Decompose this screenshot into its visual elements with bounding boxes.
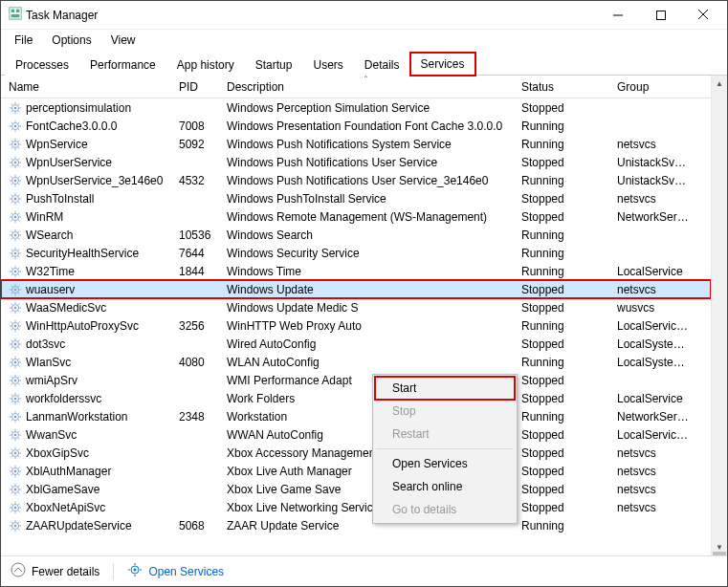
svg-line-155 xyxy=(18,365,19,366)
col-header-pid[interactable]: PID xyxy=(171,76,219,98)
svg-line-77 xyxy=(18,212,19,213)
tab-startup[interactable]: Startup xyxy=(245,54,303,76)
service-status: Running xyxy=(514,174,609,187)
chevron-up-circle-icon xyxy=(11,562,26,580)
tab-users[interactable]: Users xyxy=(302,54,353,76)
table-row[interactable]: wmiApSrvWMI Performance AdaptStopped xyxy=(1,371,711,389)
table-row[interactable]: LanmanWorkstation2348WorkstationRunningN… xyxy=(1,407,711,425)
table-row[interactable]: perceptionsimulationWindows Perception S… xyxy=(1,98,711,117)
service-pid: 7008 xyxy=(171,120,219,133)
svg-line-65 xyxy=(18,202,19,203)
table-row[interactable]: WwanSvcWWAN AutoConfigStoppedLocalServic… xyxy=(1,425,711,444)
table-row[interactable]: XboxNetApiSvcXbox Live Networking Servic… xyxy=(1,498,711,516)
ctx-search-online[interactable]: Search online xyxy=(375,475,515,498)
scroll-down-button[interactable]: ▼ xyxy=(712,539,727,555)
tab-apphistory[interactable]: App history xyxy=(166,54,245,76)
scroll-up-button[interactable]: ▲ xyxy=(712,76,727,92)
table-row[interactable]: W32Time1844Windows TimeRunningLocalServi… xyxy=(1,262,711,280)
menu-view[interactable]: View xyxy=(103,32,143,49)
table-row[interactable]: dot3svcWired AutoConfigStoppedLocalSyste… xyxy=(1,335,711,353)
menu-options[interactable]: Options xyxy=(44,32,99,49)
service-status: Running xyxy=(514,519,609,533)
minimize-button[interactable] xyxy=(596,2,639,29)
service-name: XboxNetApiSvc xyxy=(26,501,105,514)
table-row[interactable]: WpnService5092Windows Push Notifications… xyxy=(1,135,711,153)
svg-line-107 xyxy=(18,267,19,268)
svg-line-16 xyxy=(11,111,12,112)
table-row[interactable]: FontCache3.0.0.07008Windows Presentation… xyxy=(1,117,711,135)
table-row[interactable]: wuauservWindows UpdateStoppednetsvcs xyxy=(1,280,711,298)
service-name: WinHttpAutoProxySvc xyxy=(26,319,139,333)
table-row[interactable]: WinRMWindows Remote Management (WS-Manag… xyxy=(1,207,711,226)
svg-line-235 xyxy=(18,511,19,511)
table-row[interactable]: XblAuthManagerXbox Live Auth ManagerStop… xyxy=(1,462,711,480)
table-row[interactable]: WpnUserService_3e146e04532Windows Push N… xyxy=(1,171,711,189)
service-name: WlanSvc xyxy=(26,356,71,369)
service-gear-icon xyxy=(9,465,22,478)
service-pid: 4080 xyxy=(171,356,219,369)
window-title: Task Manager xyxy=(26,9,98,22)
vertical-scrollbar[interactable]: ▲ ▼ xyxy=(711,76,727,555)
ctx-open-services[interactable]: Open Services xyxy=(375,452,515,475)
tab-processes[interactable]: Processes xyxy=(5,54,79,76)
svg-line-45 xyxy=(18,165,19,166)
svg-point-89 xyxy=(14,251,17,254)
context-menu: Start Stop Restart Open Services Search … xyxy=(372,374,518,524)
table-row[interactable]: XblGameSaveXbox Live Game SaveStoppednet… xyxy=(1,480,711,498)
services-gear-icon xyxy=(127,562,143,580)
svg-point-19 xyxy=(14,124,17,127)
service-name: workfolderssvc xyxy=(26,392,101,405)
service-group: netsvcs xyxy=(609,283,699,296)
table-row[interactable]: WSearch10536Windows SearchRunning xyxy=(1,226,711,244)
table-row[interactable]: XboxGipSvcXbox Accessory Management Serv… xyxy=(1,444,711,462)
service-gear-icon xyxy=(9,519,22,533)
service-pid: 2348 xyxy=(171,410,219,424)
svg-point-169 xyxy=(14,397,17,400)
col-header-description[interactable]: Description ⌃ xyxy=(219,76,514,98)
tab-performance[interactable]: Performance xyxy=(79,54,166,76)
svg-point-69 xyxy=(14,215,17,218)
service-status: Running xyxy=(514,319,609,333)
fewer-details-button[interactable]: Fewer details xyxy=(11,562,99,580)
close-button[interactable] xyxy=(682,2,725,29)
titlebar[interactable]: Task Manager xyxy=(1,1,727,30)
svg-line-247 xyxy=(18,521,19,522)
open-services-link[interactable]: Open Services xyxy=(127,562,224,580)
svg-line-97 xyxy=(18,249,19,250)
svg-line-134 xyxy=(11,321,12,322)
tab-details[interactable]: Details xyxy=(354,54,410,76)
col-header-status[interactable]: Status xyxy=(514,76,609,98)
table-row[interactable]: WaaSMedicSvcWindows Update Medic SStoppe… xyxy=(1,298,711,316)
table-row[interactable]: WlanSvc4080WLAN AutoConfigRunningLocalSy… xyxy=(1,353,711,371)
menu-file[interactable]: File xyxy=(7,32,40,49)
ctx-start[interactable]: Start xyxy=(375,377,515,400)
svg-line-66 xyxy=(11,202,12,203)
col-header-group[interactable]: Group xyxy=(609,76,699,98)
tab-services[interactable]: Services xyxy=(410,53,475,76)
service-group: netsvcs xyxy=(609,483,699,496)
svg-line-187 xyxy=(18,412,19,413)
svg-line-246 xyxy=(11,529,12,530)
table-row[interactable]: WpnUserServiceWindows Push Notifications… xyxy=(1,153,711,171)
svg-line-67 xyxy=(18,194,19,195)
maximize-button[interactable] xyxy=(639,2,682,29)
service-status: Running xyxy=(514,265,609,278)
service-gear-icon xyxy=(9,138,22,151)
statusbar-separator xyxy=(113,563,114,580)
table-row[interactable]: SecurityHealthService7644Windows Securit… xyxy=(1,244,711,262)
col-header-name[interactable]: Name xyxy=(1,76,171,98)
svg-point-99 xyxy=(14,270,17,272)
table-row[interactable]: PushToInstallWindows PushToInstall Servi… xyxy=(1,189,711,207)
service-description: Windows Remote Management (WS-Management… xyxy=(219,210,514,224)
service-pid: 1844 xyxy=(171,265,219,278)
svg-line-127 xyxy=(18,303,19,304)
ctx-go-to-details: Go to details xyxy=(375,498,515,521)
table-row[interactable]: WinHttpAutoProxySvc3256WinHTTP Web Proxy… xyxy=(1,316,711,335)
svg-line-146 xyxy=(11,347,12,348)
svg-line-64 xyxy=(11,194,12,195)
service-gear-icon xyxy=(9,410,22,424)
table-row[interactable]: workfolderssvcWork FoldersStoppedLocalSe… xyxy=(1,389,711,407)
service-status: Stopped xyxy=(514,192,609,206)
table-row[interactable]: ZAARUpdateService5068ZAAR Update Service… xyxy=(1,516,711,534)
service-description: Windows Push Notifications System Servic… xyxy=(219,138,514,151)
